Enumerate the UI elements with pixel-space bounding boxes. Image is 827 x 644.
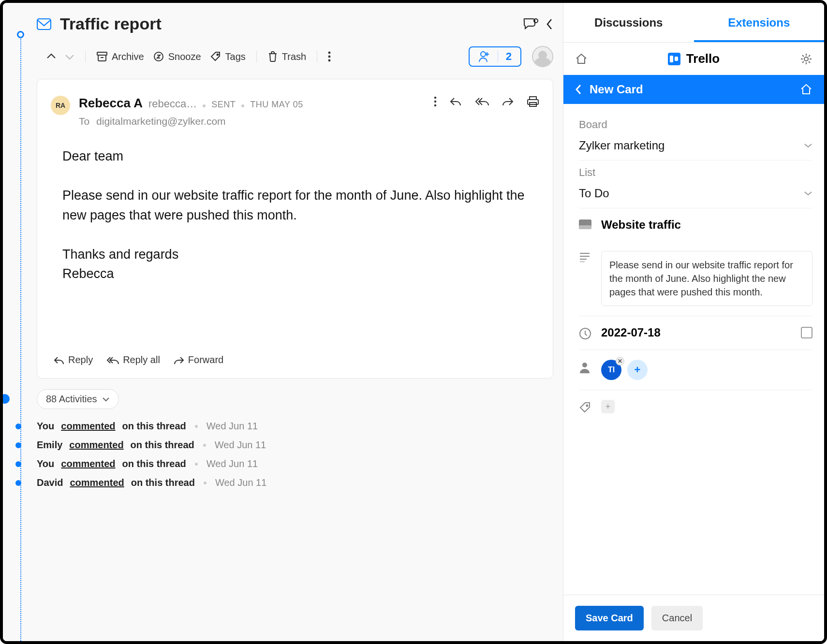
back-icon[interactable] [575, 84, 582, 95]
extension-bar-title: New Card [590, 83, 643, 96]
toolbar: Archive Snooze Tags Trash 2 [20, 46, 553, 67]
to-address: digitalmarketing@zylker.com [96, 116, 226, 127]
mail-icon [37, 18, 51, 30]
sender-avatar: RA [51, 96, 70, 115]
add-tag-button[interactable]: + [601, 400, 615, 413]
extension-home-icon[interactable] [575, 53, 588, 65]
svg-point-7 [328, 59, 331, 62]
svg-rect-0 [37, 19, 51, 29]
forward-button[interactable]: Forward [174, 354, 223, 366]
more-button[interactable] [326, 48, 333, 65]
svg-point-10 [434, 101, 436, 102]
list-label: List [579, 166, 812, 179]
activity-list: You commented on this thread Wed Jun 11 … [37, 417, 553, 492]
card-title[interactable]: Website traffic [601, 218, 681, 232]
cancel-button[interactable]: Cancel [651, 606, 703, 630]
svg-point-4 [217, 54, 218, 56]
board-label: Board [579, 118, 812, 131]
sender-email: rebecca… [148, 98, 197, 110]
reply-button[interactable]: Reply [54, 354, 93, 366]
svg-point-20 [587, 405, 588, 407]
chevron-down-icon [804, 190, 812, 196]
extension-title: Trello [594, 51, 793, 66]
reply-icon[interactable] [449, 96, 462, 107]
card-icon [579, 220, 592, 229]
svg-point-8 [481, 52, 486, 57]
participants-count: 2 [506, 50, 512, 63]
activities-chip[interactable]: 88 Activities [37, 389, 119, 409]
svg-point-19 [582, 363, 587, 367]
due-date[interactable]: 2022-07-18 [601, 326, 661, 339]
add-assignee-button[interactable]: + [627, 360, 648, 380]
svg-rect-17 [579, 225, 591, 229]
activity-row[interactable]: David commented on this thread Wed Jun 1… [37, 473, 553, 492]
reply-all-button[interactable]: Reply all [106, 354, 160, 366]
sender-name: Rebecca A [79, 96, 143, 111]
due-date-checkbox[interactable] [801, 327, 812, 338]
reply-all-icon[interactable] [474, 96, 489, 107]
extension-bar: New Card [563, 75, 824, 104]
clock-icon [579, 327, 592, 340]
chevron-down-icon [804, 143, 812, 148]
svg-point-9 [434, 97, 436, 99]
trello-icon [668, 53, 680, 65]
tags-button[interactable]: Tags [208, 48, 248, 65]
svg-rect-2 [97, 52, 107, 55]
profile-avatar[interactable] [532, 46, 553, 67]
person-icon [579, 361, 592, 374]
trash-button[interactable]: Trash [266, 48, 308, 65]
tab-discussions[interactable]: Discussions [563, 3, 694, 42]
print-icon[interactable] [527, 96, 539, 107]
message-body: Dear team Please send in our website tra… [51, 143, 539, 346]
tag-icon [579, 401, 592, 414]
svg-point-11 [434, 104, 436, 106]
svg-point-6 [328, 56, 331, 58]
list-select[interactable]: To Do [579, 179, 812, 208]
message-date: THU MAY 05 [250, 100, 303, 110]
board-select[interactable]: Zylker marketing [579, 131, 812, 161]
assignee-chip[interactable]: TI ✕ [601, 360, 621, 380]
collapse-icon[interactable] [546, 17, 553, 31]
participants-box[interactable]: 2 [469, 46, 521, 67]
tab-extensions[interactable]: Extensions [694, 3, 825, 42]
next-button[interactable] [63, 50, 76, 63]
prev-button[interactable] [44, 50, 58, 63]
extension-settings-icon[interactable] [800, 53, 812, 65]
to-label: To [79, 116, 89, 127]
message-status: SENT [211, 100, 236, 110]
message-more-icon[interactable] [434, 96, 437, 107]
snooze-button[interactable]: Snooze [151, 48, 203, 65]
description-icon [579, 252, 592, 262]
archive-button[interactable]: Archive [94, 48, 146, 65]
email-subject: Traffic report [60, 15, 522, 33]
extension-bar-home-icon[interactable] [800, 83, 812, 96]
conversation-icon[interactable] [522, 17, 539, 31]
svg-point-15 [804, 57, 808, 61]
activity-row[interactable]: Emily commented on this thread Wed Jun 1… [37, 436, 553, 454]
message-card: RA Rebecca A rebecca… SENT THU MAY 05 To… [37, 79, 553, 379]
forward-icon[interactable] [502, 96, 514, 107]
activity-row[interactable]: You commented on this thread Wed Jun 11 [37, 454, 553, 473]
remove-assignee-icon[interactable]: ✕ [616, 357, 624, 366]
card-description[interactable]: Please send in our website traffic repor… [601, 251, 812, 306]
save-card-button[interactable]: Save Card [575, 606, 644, 630]
svg-point-5 [328, 52, 331, 54]
activity-row[interactable]: You commented on this thread Wed Jun 11 [37, 417, 553, 436]
